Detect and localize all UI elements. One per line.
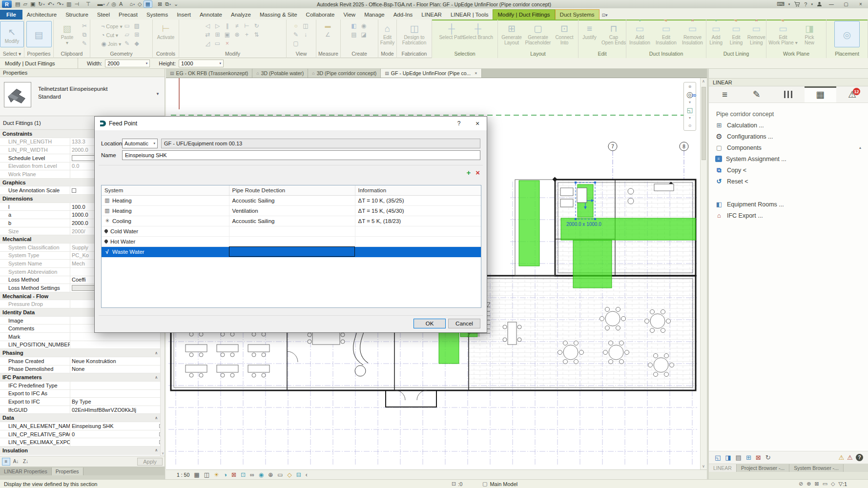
splito-icon[interactable]: [233, 22, 241, 29]
panel-tab-properties[interactable]: Properties: [52, 468, 83, 475]
panel-splitter[interactable]: [707, 69, 709, 479]
caret-icon[interactable]: ▾: [811, 2, 813, 6]
paste-button[interactable]: Paste▾: [55, 21, 80, 45]
pick-new-button[interactable]: PickNew: [797, 21, 822, 45]
reveal-hidden-icon[interactable]: ◉: [259, 471, 264, 478]
dock-tab-project-browser[interactable]: Project Browser -...: [737, 464, 789, 472]
close-button[interactable]: ×: [855, 1, 866, 7]
paint-icon[interactable]: [124, 40, 131, 47]
analytical-model-icon[interactable]: ▭: [277, 471, 283, 478]
linear-item-calculation[interactable]: Calculation ...: [709, 120, 868, 131]
film-icon[interactable]: ▤: [736, 454, 742, 461]
property-value[interactable]: Einspeisung SHK: [70, 422, 165, 430]
tab-steel[interactable]: Steel: [93, 10, 114, 20]
pinx-icon[interactable]: [233, 31, 241, 38]
tab-add-ins[interactable]: Add-Ins: [389, 10, 417, 20]
keyboard-icon[interactable]: ⌨: [777, 1, 785, 7]
route-cell[interactable]: [229, 246, 355, 257]
collapse-icon[interactable]: ∧: [155, 375, 158, 380]
caret-icon[interactable]: ▾: [788, 2, 790, 6]
select-underlay-icon[interactable]: ⊠: [814, 481, 819, 487]
thin-lines-icon[interactable]: ▦: [144, 0, 152, 8]
cut-button[interactable]: Cut ▾: [101, 31, 122, 39]
switch-windows-icon[interactable]: ⧉▾: [164, 0, 172, 8]
match-icon[interactable]: [81, 40, 88, 47]
edit-work-plane-button[interactable]: EditWork Plane ▾: [770, 21, 796, 45]
constraints-icon[interactable]: ◇: [288, 471, 292, 478]
chevron-down-icon[interactable]: ▼: [156, 92, 160, 96]
thin-lines-icon[interactable]: ▦: [194, 471, 199, 478]
tab-structure[interactable]: Structure: [61, 10, 93, 20]
section-icon[interactable]: [302, 31, 310, 38]
chevron-down-icon[interactable]: ▾: [689, 99, 691, 106]
zoom-region-icon[interactable]: ◱: [687, 107, 693, 114]
select-links-icon[interactable]: ⊕: [806, 481, 811, 487]
edit-tab[interactable]: ✎: [741, 86, 772, 102]
ruler-icon[interactable]: [324, 22, 331, 29]
property-value[interactable]: 02EnHImsfB8wrVZO0KkJIj: [70, 406, 165, 414]
maximize-button[interactable]: ▢: [841, 1, 851, 7]
sheets-icon[interactable]: [351, 31, 358, 38]
trimx-icon[interactable]: [243, 22, 250, 29]
checkbox-icon[interactable]: ▢: [482, 481, 487, 487]
linear-item-ifc-export[interactable]: IFC Export ...: [709, 210, 868, 221]
route-cell[interactable]: [229, 236, 355, 246]
cope-button[interactable]: Cope ▾: [101, 22, 122, 30]
system-row-cooling[interactable]: CoolingAccoustic SailingΔT = 5 K, (18/23…: [102, 216, 481, 226]
column-header-information[interactable]: Information: [355, 185, 481, 195]
tab-duct-systems[interactable]: Duct Systems: [555, 9, 599, 20]
box3d-icon[interactable]: [292, 40, 300, 47]
cube-icon[interactable]: [302, 22, 310, 29]
wall-icon[interactable]: [124, 22, 131, 29]
editable-only-icon[interactable]: ⊘: [799, 481, 803, 487]
section-icon[interactable]: ◇: [136, 0, 143, 8]
rotate-icon[interactable]: [253, 22, 260, 29]
remove-insulation-button[interactable]: RemoveInsulation: [680, 21, 705, 45]
tab-analyze[interactable]: Analyze: [227, 10, 255, 20]
warning-icon[interactable]: ⚠: [839, 454, 845, 461]
link-icon[interactable]: [133, 31, 141, 38]
dialog-help-button[interactable]: ?: [450, 117, 468, 130]
property-value[interactable]: [70, 382, 165, 389]
property-value[interactable]: Neue Konstruktion: [70, 357, 165, 365]
tab-[interactable]: ⊡▾: [599, 11, 610, 20]
tab-view[interactable]: View: [339, 10, 360, 20]
hide-isolate-icon[interactable]: ∞: [250, 471, 254, 478]
sun-path-icon[interactable]: ☀: [214, 471, 219, 478]
main-model-control[interactable]: ▢Main Model: [482, 481, 517, 487]
equipment-icon[interactable]: ◱: [715, 454, 721, 461]
camera-icon[interactable]: [360, 22, 368, 29]
type-selector[interactable]: Teilnetzstart Einspeisepunkt Standard ▼: [0, 77, 165, 116]
system-row-heating[interactable]: HeatingVentilationΔT = 15 K, (45/30): [102, 205, 481, 216]
tab-massing-site[interactable]: Massing & Site: [255, 10, 302, 20]
tab-precast[interactable]: Precast: [114, 10, 142, 20]
tab-linear-tools[interactable]: LINEAR | Tools: [446, 10, 493, 20]
redo-icon[interactable]: ↷▾: [56, 0, 65, 8]
spaces-icon[interactable]: ◨: [725, 454, 731, 461]
library-tab[interactable]: [772, 86, 804, 102]
help-button[interactable]: ?: [856, 454, 863, 461]
worksharing-icon[interactable]: ⊟: [296, 471, 301, 478]
route-cell[interactable]: Accoustic Sailing: [229, 195, 355, 205]
property-value[interactable]: By Type: [70, 398, 165, 406]
export-icon[interactable]: ⊞: [746, 454, 751, 461]
system-row-heating[interactable]: HeatingAccoustic SailingΔT = 10 K, (35/2…: [102, 195, 481, 205]
route-cell[interactable]: [229, 226, 355, 236]
dock-tab-system-browser[interactable]: System Browser -...: [789, 464, 844, 472]
apply-button[interactable]: Apply: [137, 458, 163, 466]
location-mode-combo[interactable]: Automatic▾: [122, 139, 158, 148]
checkbox[interactable]: [72, 188, 76, 193]
dialog-title-bar[interactable]: Feed Point ? ×: [95, 117, 487, 130]
modify-button[interactable]: Modify: [0, 21, 24, 47]
add-system-button[interactable]: +: [466, 168, 471, 177]
brush-icon[interactable]: [292, 31, 300, 38]
linear-item-system-assignment[interactable]: System Assignment ...: [709, 153, 868, 164]
tab-annotate[interactable]: Annotate: [195, 10, 227, 20]
section-ifc-parameters[interactable]: IFC Parameters∧: [0, 373, 165, 382]
crop-view-icon[interactable]: ⊠: [231, 471, 236, 478]
mirror1-icon[interactable]: [204, 22, 211, 29]
beam-icon[interactable]: [124, 31, 131, 38]
system-row-hot-water[interactable]: Hot Water: [102, 236, 481, 246]
item-button[interactable]: [834, 21, 860, 47]
view-tab-gf-upedge-unfinfloor-pipe-co[interactable]: ▤GF - UpEdge UnfinFloor (Pipe co...×: [381, 69, 481, 78]
